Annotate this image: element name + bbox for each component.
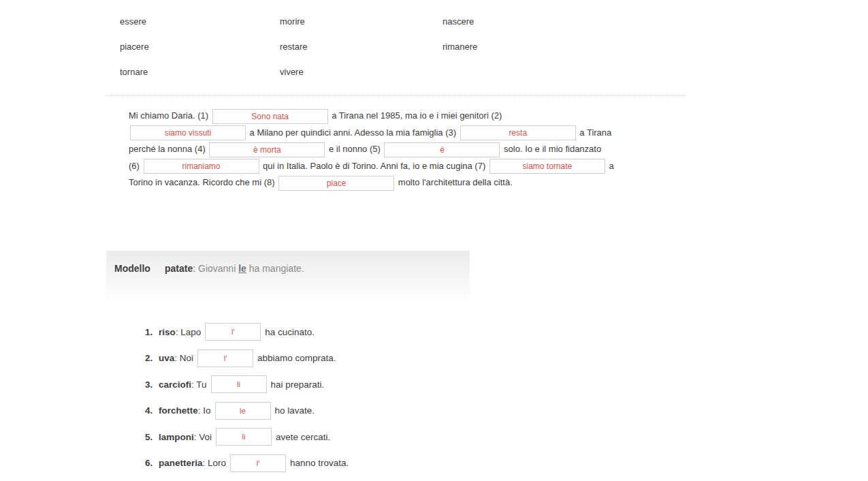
fill-blank-input[interactable] xyxy=(209,142,325,157)
fill-blank-input[interactable] xyxy=(489,159,605,174)
item-text-post: hai preparati. xyxy=(271,379,325,390)
fill-blank-input[interactable] xyxy=(212,109,328,124)
modello-label: Modello xyxy=(114,263,165,274)
paragraph-line: perché la nonna (4) e il nonno (5) solo.… xyxy=(129,141,612,158)
exercise-item: 5.lamponi: Voiavete cercati. xyxy=(145,428,349,446)
fill-blank-input[interactable] xyxy=(130,125,246,140)
modello-sentence-pre: Giovanni xyxy=(198,263,238,274)
modello-keyword: patate xyxy=(165,263,193,274)
paragraph-text: Mi chiamo Daria. (1) xyxy=(129,110,211,121)
item-number: 6. xyxy=(145,458,159,468)
fill-blank-input[interactable] xyxy=(384,142,500,157)
item-keyword: uva xyxy=(159,353,174,363)
answer-input[interactable] xyxy=(211,375,267,393)
answer-input[interactable] xyxy=(205,323,261,341)
paragraph-text: qui in Italia. Paolo è di Torino. Anni f… xyxy=(261,161,488,171)
word-bank-item: morire xyxy=(280,17,443,42)
fill-paragraph: Mi chiamo Daria. (1) a Tirana nel 1985, … xyxy=(129,108,612,191)
section-divider xyxy=(106,95,686,96)
item-number: 3. xyxy=(145,379,159,390)
answer-input[interactable] xyxy=(216,428,272,446)
word-bank-item: vivere xyxy=(280,67,443,93)
item-keyword: lamponi xyxy=(159,432,194,442)
word-bank-item: piacere xyxy=(120,42,280,67)
word-bank-item: tornare xyxy=(120,67,280,93)
fill-blank-input[interactable] xyxy=(278,176,394,191)
paragraph-line: Torino in vacanza. Ricordo che mi (8) mo… xyxy=(129,174,612,191)
word-bank: esseremorirenascerepiacererestarerimaner… xyxy=(120,17,569,92)
paragraph-text: a Tirana xyxy=(577,127,612,138)
paragraph-line: a Milano per quindici anni. Adesso la mi… xyxy=(129,125,612,142)
item-text-post: avete cercati. xyxy=(276,432,330,442)
paragraph-line: (6) qui in Italia. Paolo è di Torino. An… xyxy=(129,158,612,175)
exercise-item: 1.riso: Lapoha cucinato. xyxy=(145,323,349,341)
item-number: 4. xyxy=(145,405,159,416)
paragraph-text: a Tirana nel 1985, ma io e i miei genito… xyxy=(329,110,502,121)
item-text-pre: : Tu xyxy=(191,379,207,390)
modello-pronoun: le xyxy=(238,263,246,274)
item-text-pre: : Io xyxy=(198,405,211,416)
item-text-pre: : Loro xyxy=(203,458,227,468)
item-keyword: forchette xyxy=(159,405,198,416)
paragraph-text: perché la nonna (4) xyxy=(129,144,208,154)
word-bank-item: essere xyxy=(120,17,280,42)
exercise-list: 1.riso: Lapoha cucinato.2.uva: Noiabbiam… xyxy=(145,323,349,481)
item-text-post: ha cucinato. xyxy=(265,327,315,337)
paragraph-text: a Milano per quindici anni. Adesso la mi… xyxy=(247,127,459,138)
item-text-pre: : Voi xyxy=(194,432,212,442)
item-keyword: riso xyxy=(159,327,176,337)
word-bank-item: nascere xyxy=(443,17,569,42)
answer-input[interactable] xyxy=(230,454,286,472)
modello-box: Modellopatate: Giovanni le ha mangiate. xyxy=(106,251,470,303)
item-number: 5. xyxy=(145,432,159,442)
exercise-item: 6.panetteria: Lorohanno trovata. xyxy=(145,454,349,472)
fill-blank-input[interactable] xyxy=(144,159,259,174)
item-text-post: hanno trovata. xyxy=(290,458,349,468)
modello-sentence-post: ha mangiate. xyxy=(246,263,304,274)
paragraph-text: solo. Io e il mio fidanzato xyxy=(501,144,601,154)
item-keyword: panetteria xyxy=(159,458,203,468)
paragraph-text: e il nonno (5) xyxy=(326,144,383,154)
item-number: 2. xyxy=(145,353,159,363)
exercise-page: esseremorirenascerepiacererestarerimaner… xyxy=(0,0,868,481)
item-number: 1. xyxy=(145,327,159,337)
paragraph-text: (6) xyxy=(129,161,142,171)
paragraph-line: Mi chiamo Daria. (1) a Tirana nel 1985, … xyxy=(129,108,612,125)
word-bank-item: rimanere xyxy=(443,42,569,67)
item-text-post: abbiamo comprata. xyxy=(257,353,336,363)
paragraph-text: molto l'architettura della città. xyxy=(396,177,513,187)
paragraph-text: Torino in vacanza. Ricordo che mi (8) xyxy=(129,177,277,187)
modello-separator: : xyxy=(193,263,198,274)
fill-blank-input[interactable] xyxy=(460,125,576,140)
item-text-post: ho lavate. xyxy=(275,405,315,416)
exercise-item: 4.forchette: Ioho lavate. xyxy=(145,402,349,420)
answer-input[interactable] xyxy=(215,402,271,420)
answer-input[interactable] xyxy=(197,350,253,367)
item-text-pre: : Lapo xyxy=(176,327,202,337)
paragraph-text: a xyxy=(607,161,614,171)
item-text-pre: : Noi xyxy=(174,353,193,363)
exercise-item: 2.uva: Noiabbiamo comprata. xyxy=(145,350,349,367)
item-keyword: carciofi xyxy=(159,379,191,390)
word-bank-item: restare xyxy=(280,42,443,67)
exercise-item: 3.carciofi: Tuhai preparati. xyxy=(145,375,349,393)
